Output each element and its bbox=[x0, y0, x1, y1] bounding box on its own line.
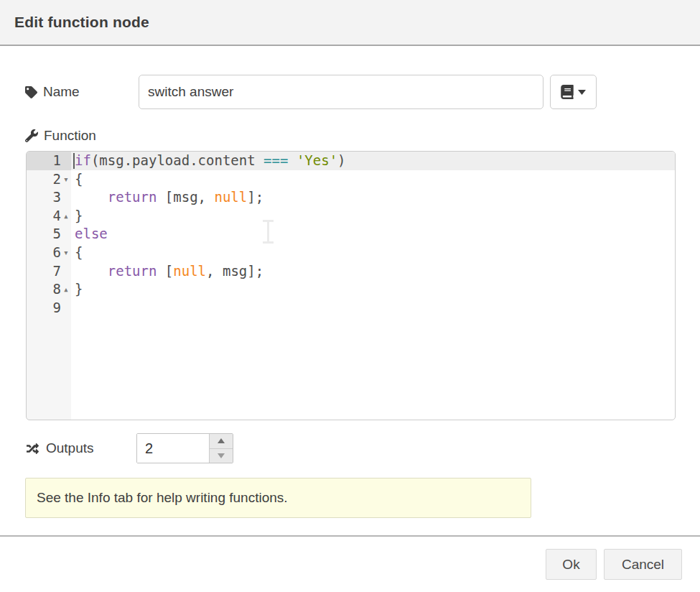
code-line[interactable] bbox=[71, 299, 675, 318]
code-line[interactable]: } bbox=[71, 280, 675, 299]
code-token: null bbox=[214, 189, 247, 205]
editor-gutter-cell: 7 bbox=[27, 262, 71, 281]
text-caret bbox=[73, 153, 75, 169]
info-tip: See the Info tab for help writing functi… bbox=[25, 478, 531, 518]
caret-down-icon bbox=[578, 90, 586, 95]
arrow-down-icon bbox=[218, 453, 225, 458]
code-token: ]; bbox=[247, 189, 263, 205]
code-token: 'Yes' bbox=[297, 152, 337, 168]
line-number: 1 bbox=[27, 152, 61, 170]
outputs-spinner bbox=[136, 433, 233, 463]
outputs-label-text: Outputs bbox=[46, 440, 94, 456]
code-line[interactable]: { bbox=[71, 170, 675, 189]
code-line[interactable]: if(msg.payload.content === 'Yes') bbox=[71, 152, 675, 170]
editor-gutter-cell: 5 bbox=[27, 225, 71, 244]
code-token bbox=[75, 263, 108, 279]
code-token: [ bbox=[157, 263, 173, 279]
editor-line[interactable]: 7 return [null, msg]; bbox=[27, 262, 675, 281]
name-input[interactable] bbox=[139, 75, 543, 109]
code-token: === bbox=[263, 152, 288, 168]
editor-gutter-cell: 6▾ bbox=[27, 244, 71, 262]
fold-close-icon[interactable]: ▴ bbox=[61, 207, 71, 226]
editor-line[interactable]: 3 return [msg, null]; bbox=[27, 188, 675, 207]
code-token: return bbox=[108, 263, 157, 279]
code-token: , msg]; bbox=[206, 263, 263, 279]
editor-line[interactable]: 4▴} bbox=[27, 207, 675, 226]
editor-gutter-cell: 8▴ bbox=[27, 280, 71, 299]
code-token: null bbox=[173, 263, 206, 279]
spinner-buttons bbox=[209, 434, 233, 463]
code-line[interactable]: else bbox=[71, 225, 675, 244]
function-label-text: Function bbox=[44, 128, 96, 144]
library-dropdown-button[interactable] bbox=[550, 75, 597, 109]
code-token bbox=[75, 189, 108, 205]
function-label: Function bbox=[25, 126, 96, 145]
editor-gutter-cell: 4▴ bbox=[27, 207, 71, 226]
spinner-down-button[interactable] bbox=[210, 449, 233, 463]
code-token bbox=[288, 152, 296, 168]
code-token: return bbox=[108, 189, 157, 205]
ibeam-mouse-cursor bbox=[263, 220, 274, 246]
name-label: Name bbox=[25, 75, 80, 109]
line-number: 4 bbox=[27, 207, 61, 226]
fold-open-icon[interactable]: ▾ bbox=[61, 244, 71, 262]
code-line[interactable]: } bbox=[71, 207, 675, 226]
code-token: } bbox=[75, 281, 83, 297]
fold-close-icon[interactable]: ▴ bbox=[61, 280, 71, 299]
spinner-up-button[interactable] bbox=[210, 434, 233, 449]
editor-gutter-cell: 1 bbox=[27, 152, 71, 170]
code-token: else bbox=[75, 226, 108, 241]
wrench-icon bbox=[25, 129, 38, 142]
code-token: { bbox=[75, 244, 83, 260]
editor-line[interactable]: 5else bbox=[27, 225, 675, 244]
code-line[interactable]: return [null, msg]; bbox=[71, 262, 675, 281]
ok-button[interactable]: Ok bbox=[546, 549, 597, 580]
code-token: { bbox=[75, 171, 83, 187]
outputs-label: Outputs bbox=[25, 433, 94, 463]
arrow-up-icon bbox=[218, 438, 225, 443]
line-number: 7 bbox=[27, 262, 61, 281]
outputs-input[interactable] bbox=[137, 434, 210, 463]
code-token: [msg, bbox=[157, 189, 214, 205]
name-label-text: Name bbox=[43, 84, 80, 100]
line-number: 8 bbox=[27, 280, 61, 299]
editor-line[interactable]: 1if(msg.payload.content === 'Yes') bbox=[27, 152, 675, 170]
cancel-button[interactable]: Cancel bbox=[604, 549, 682, 580]
book-icon bbox=[561, 85, 574, 99]
code-token: if bbox=[75, 152, 91, 168]
editor-line[interactable]: 6▾{ bbox=[27, 244, 675, 262]
info-tip-text: See the Info tab for help writing functi… bbox=[37, 490, 288, 506]
editor-line[interactable]: 2▾{ bbox=[27, 170, 675, 189]
function-code-editor[interactable]: 1if(msg.payload.content === 'Yes')2▾{3 r… bbox=[26, 151, 676, 420]
line-number: 2 bbox=[27, 170, 61, 189]
code-line[interactable]: return [msg, null]; bbox=[71, 188, 675, 207]
shuffle-icon bbox=[25, 443, 40, 455]
footer-divider bbox=[0, 535, 700, 537]
tag-icon bbox=[25, 86, 37, 98]
line-number: 5 bbox=[27, 225, 61, 244]
code-token: (msg.payload.content bbox=[91, 152, 263, 168]
dialog-title: Edit function node bbox=[14, 14, 149, 31]
editor-gutter-cell: 2▾ bbox=[27, 170, 71, 189]
fold-open-icon[interactable]: ▾ bbox=[61, 170, 71, 189]
code-token: ) bbox=[337, 152, 345, 168]
line-number: 3 bbox=[27, 188, 61, 207]
line-number: 9 bbox=[27, 299, 61, 318]
editor-gutter-cell: 3 bbox=[27, 188, 71, 207]
editor-line[interactable]: 9 bbox=[27, 299, 675, 318]
line-number: 6 bbox=[27, 244, 61, 262]
dialog-header: Edit function node bbox=[0, 0, 700, 46]
editor-line[interactable]: 8▴} bbox=[27, 280, 675, 299]
editor-gutter-cell: 9 bbox=[27, 299, 71, 318]
code-line[interactable]: { bbox=[71, 244, 675, 262]
code-token: } bbox=[75, 208, 83, 223]
